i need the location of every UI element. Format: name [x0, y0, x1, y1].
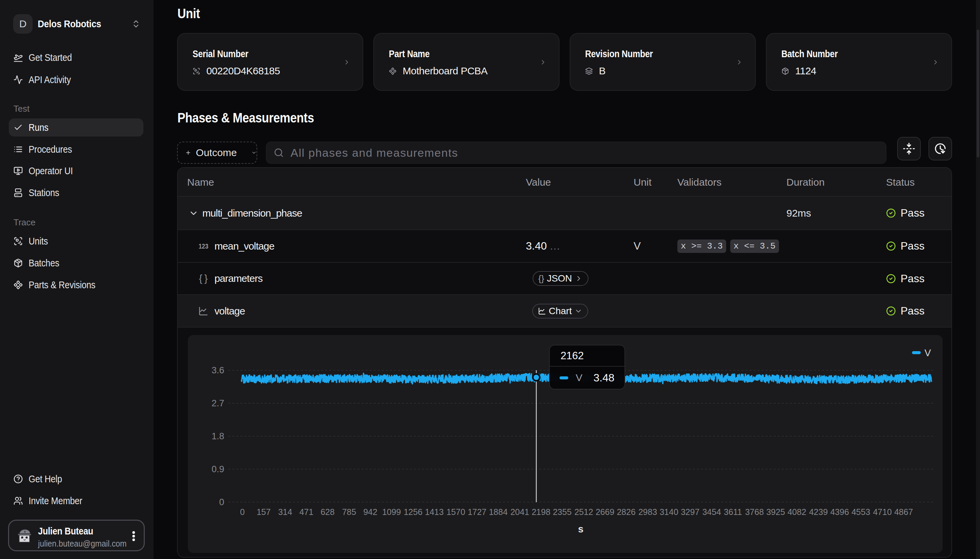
svg-text:4239: 4239 — [809, 507, 828, 517]
svg-text:1256: 1256 — [404, 507, 423, 517]
svg-text:3925: 3925 — [766, 507, 785, 517]
svg-text:471: 471 — [299, 507, 313, 517]
svg-text:2.7: 2.7 — [211, 398, 224, 408]
svg-text:314: 314 — [278, 507, 292, 517]
svg-text:V: V — [924, 347, 931, 358]
svg-text:2355: 2355 — [553, 507, 572, 517]
svg-text:2826: 2826 — [617, 507, 636, 517]
svg-text:0: 0 — [219, 497, 224, 507]
svg-text:3297: 3297 — [681, 507, 700, 517]
svg-text:1570: 1570 — [446, 507, 465, 517]
svg-text:2198: 2198 — [532, 507, 551, 517]
svg-text:1.8: 1.8 — [211, 431, 224, 441]
svg-text:4396: 4396 — [830, 507, 849, 517]
svg-text:785: 785 — [342, 507, 356, 517]
svg-text:1099: 1099 — [382, 507, 401, 517]
svg-text:0: 0 — [240, 507, 245, 517]
svg-text:4710: 4710 — [873, 507, 892, 517]
svg-text:4082: 4082 — [788, 507, 806, 517]
svg-text:3454: 3454 — [702, 507, 721, 517]
svg-text:4553: 4553 — [851, 507, 870, 517]
svg-text:4867: 4867 — [894, 507, 913, 517]
svg-text:2983: 2983 — [638, 507, 657, 517]
svg-text:s: s — [578, 524, 584, 534]
svg-text:1727: 1727 — [468, 507, 486, 517]
svg-text:1413: 1413 — [425, 507, 444, 517]
svg-text:3140: 3140 — [660, 507, 678, 517]
svg-text:942: 942 — [363, 507, 377, 517]
svg-text:157: 157 — [257, 507, 271, 517]
svg-text:628: 628 — [320, 507, 335, 517]
svg-text:2512: 2512 — [574, 507, 593, 517]
svg-text:1884: 1884 — [489, 507, 508, 517]
svg-text:3.6: 3.6 — [211, 365, 224, 375]
svg-text:3611: 3611 — [724, 507, 742, 517]
svg-text:2041: 2041 — [511, 507, 529, 517]
svg-text:0.9: 0.9 — [211, 464, 224, 474]
svg-text:3768: 3768 — [745, 507, 764, 517]
svg-text:2669: 2669 — [595, 507, 614, 517]
